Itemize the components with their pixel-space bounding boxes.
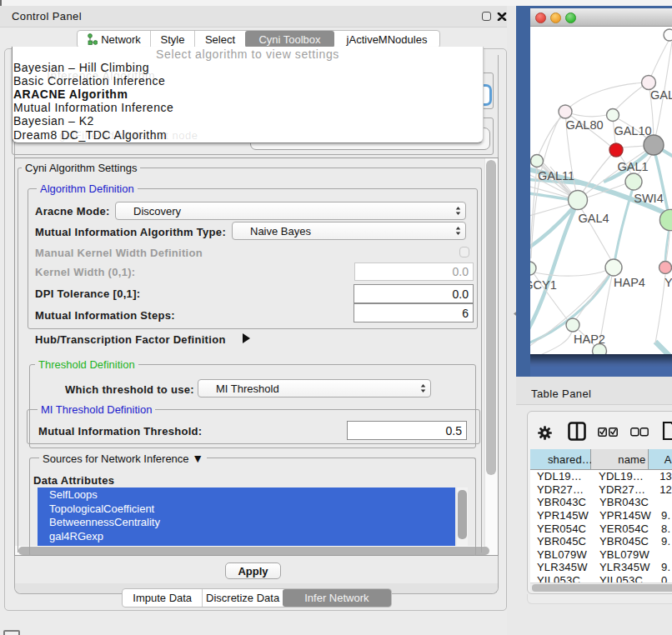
svg-text:HAP4: HAP4 — [614, 276, 645, 289]
svg-text:SWI4: SWI4 — [634, 192, 663, 205]
svg-text:GCY1: GCY1 — [530, 278, 557, 292]
svg-text:GAL11: GAL11 — [538, 169, 574, 182]
svg-text:Y: Y — [664, 276, 672, 289]
svg-text:GAL1: GAL1 — [617, 160, 648, 173]
svg-text:GAL80: GAL80 — [565, 118, 603, 132]
svg-text:GAL4: GAL4 — [578, 212, 609, 225]
svg-text:HAP2: HAP2 — [574, 332, 605, 346]
svg-text:GAL7: GAL7 — [650, 88, 672, 102]
svg-text:GAL10: GAL10 — [614, 124, 651, 138]
